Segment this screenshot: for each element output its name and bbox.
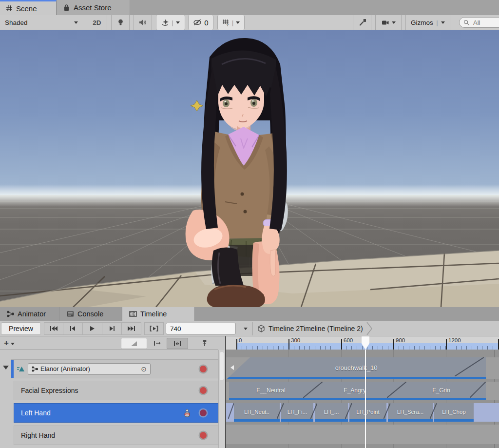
clip-row-left-hand[interactable]: LH_Neut.. LH_Fi... LH_... LH_Point LH_Sc… (226, 403, 499, 422)
scene-viewport[interactable] (0, 30, 499, 307)
tab-animator[interactable]: Animator (0, 307, 59, 321)
2d-toggle-button[interactable]: 2D (87, 15, 107, 30)
tick-label: 0 (239, 337, 242, 343)
timeline-options-dropdown[interactable] (239, 322, 252, 335)
effects-star-icon (161, 19, 169, 26)
timeline-body: + (0, 336, 499, 448)
tab-console-label: Console (77, 310, 103, 318)
effects-visibility-button[interactable]: | (156, 15, 185, 30)
tick-label: 300 (291, 337, 300, 343)
grid-visibility-button[interactable]: Y | (217, 15, 245, 30)
record-button[interactable] (200, 366, 207, 372)
header-scrollbar[interactable] (218, 350, 225, 448)
tick-label: 600 (344, 337, 353, 343)
track-label: Facial Expressions (21, 387, 78, 394)
chevron-down-icon (74, 21, 78, 24)
pointing-finger (270, 250, 276, 276)
group-collapse-triangle[interactable] (3, 366, 9, 370)
ripple-icon (154, 340, 161, 346)
add-track-button[interactable]: + (4, 338, 15, 348)
gizmos-dropdown[interactable]: Gizmos | (405, 15, 450, 30)
timeline-toolbar: Preview (0, 321, 499, 336)
goto-end-button[interactable] (122, 322, 141, 335)
clip-crossfade (430, 403, 437, 419)
major-tick (446, 339, 447, 350)
tab-timeline[interactable]: Timeline (122, 307, 195, 321)
cube-icon (257, 325, 265, 332)
object-picker-icon[interactable]: ⊙ (141, 365, 147, 373)
effects-dropdown-icon[interactable] (176, 21, 180, 24)
tab-scene[interactable]: Scene (0, 0, 57, 15)
scrollbar-thumb[interactable] (220, 352, 224, 380)
camera-dropdown-icon[interactable] (392, 21, 396, 24)
play-range-icon (150, 326, 158, 331)
preview-toggle-button[interactable]: Preview (1, 322, 41, 335)
clip-lh-fist[interactable]: LH_Fi... (281, 403, 313, 422)
clip-f-angry[interactable]: F_Angry (313, 382, 397, 400)
clip-lh-point[interactable]: LH_Point (349, 403, 386, 422)
scene-camera-button[interactable] (375, 15, 402, 30)
clip-f-neutral[interactable]: F__Neutral (229, 382, 313, 400)
console-icon (67, 311, 74, 317)
clip-lh-chop[interactable]: LH_Chop (434, 403, 474, 422)
track-header-right-hand[interactable]: Right Hand ⋮ (14, 426, 222, 445)
gizmos-label: Gizmos (411, 19, 433, 26)
clip-row-animator[interactable]: crouchwalk_10 (226, 357, 499, 379)
record-button[interactable] (200, 409, 207, 416)
play-range-button[interactable] (144, 322, 164, 335)
tab-console[interactable]: Console (60, 307, 121, 321)
track-header-animator-group[interactable]: Elanor (Animator) ⊙ ⋮ (11, 359, 222, 378)
scene-tools-button[interactable] (353, 15, 371, 30)
track-label: Left Hand (21, 409, 51, 417)
major-tick (288, 339, 289, 350)
search-icon (463, 19, 470, 26)
shading-mode-label: Shaded (5, 19, 28, 26)
clip-lh-scratch[interactable]: LH_Scra... (388, 403, 433, 422)
next-frame-button[interactable] (102, 322, 122, 335)
clip-row-right-hand[interactable] (226, 425, 499, 444)
replace-mode-button[interactable] (167, 338, 188, 349)
binding-object-name: Elanor (Animator) (40, 365, 138, 372)
tab-asset-store[interactable]: Asset Store (57, 0, 130, 15)
frame-number-field[interactable] (166, 323, 236, 334)
clip-row-facial[interactable]: F__Neutral F_Angry F_Grin (226, 382, 499, 400)
clip-in-marker (230, 365, 234, 370)
clip-crossfade (277, 403, 284, 419)
next-frame-icon (109, 326, 115, 331)
record-button[interactable] (200, 432, 207, 439)
clip-crossfade (303, 382, 323, 398)
timeline-clips-area[interactable]: crouchwalk_10 F__Neutral F_Angry F_Grin (225, 336, 499, 448)
scene-view-toolbar: Shaded 2D | (0, 15, 499, 30)
track-header-facial-expressions[interactable]: Facial Expressions ⋮ (14, 381, 222, 400)
scene-search-field[interactable] (459, 17, 499, 28)
ripple-mode-button[interactable] (149, 338, 165, 348)
play-button[interactable] (83, 322, 102, 335)
grid-axis-icon: Y (222, 19, 230, 26)
curves-triangle-icon (131, 341, 137, 347)
mix-mode-button[interactable] (121, 338, 147, 349)
animator-binding-field[interactable]: Elanor (Animator) ⊙ (28, 363, 151, 375)
hidden-objects-button[interactable]: 0 (188, 15, 213, 30)
camera-icon (382, 19, 389, 26)
clip-lh-neutral[interactable]: LH_Neut.. (234, 403, 280, 422)
grid-dropdown-icon[interactable] (236, 21, 240, 24)
timeline-breadcrumb[interactable]: Timeline 2Timeline (Timeline 2) (257, 322, 372, 335)
record-button[interactable] (200, 387, 207, 394)
major-tick (236, 339, 237, 350)
clip-fade-out (455, 357, 484, 376)
scene-audio-button[interactable] (134, 15, 152, 30)
goto-start-button[interactable] (44, 322, 63, 335)
clip-crouchwalk[interactable]: crouchwalk_10 (227, 357, 486, 379)
clip-lh-3[interactable]: LH_... (315, 403, 348, 422)
previous-frame-button[interactable] (63, 322, 83, 335)
pin-icon (202, 340, 208, 347)
gizmos-dropdown-icon (441, 21, 445, 24)
prev-frame-icon (70, 326, 76, 331)
shading-mode-dropdown[interactable]: Shaded (0, 15, 83, 30)
scene-search-input[interactable] (472, 19, 499, 27)
track-header-left-hand[interactable]: Left Hand ⋮ (14, 403, 222, 423)
replace-icon (173, 341, 181, 347)
marker-toggle-button[interactable] (197, 338, 212, 348)
scene-lighting-button[interactable] (111, 15, 130, 30)
animator-icon (32, 366, 38, 372)
